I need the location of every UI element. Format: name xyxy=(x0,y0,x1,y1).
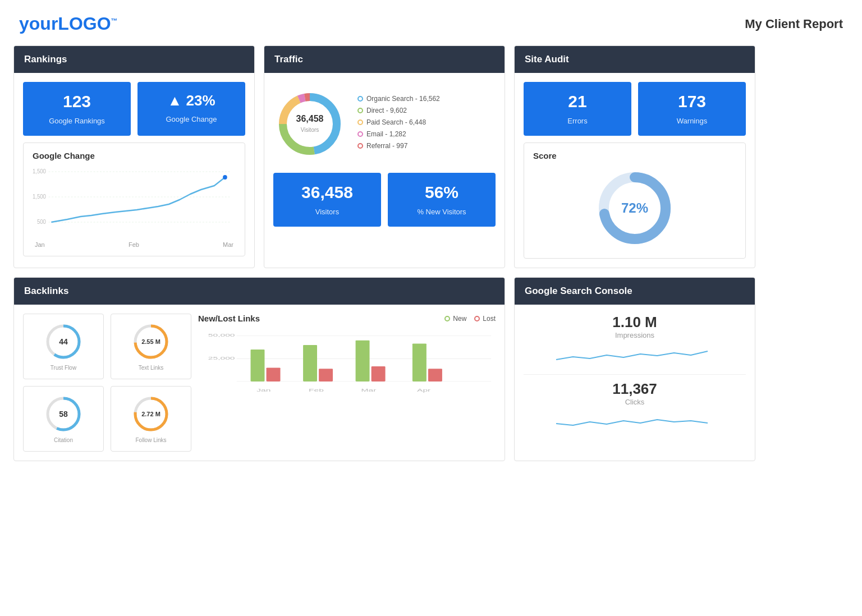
svg-text:Jan: Jan xyxy=(256,388,270,393)
svg-text:Apr: Apr xyxy=(417,388,430,393)
svg-rect-30 xyxy=(303,345,317,381)
legend-organic: Organic Search - 16,562 xyxy=(357,95,440,103)
report-title: My Client Report xyxy=(745,17,843,31)
warnings-value: 173 xyxy=(646,92,738,111)
legend-dot-paid xyxy=(357,119,363,125)
trust-flow-value: 44 xyxy=(59,337,68,346)
site-audit-section: Site Audit 21 Errors 173 Warnings Score xyxy=(514,45,755,268)
legend-dot-new xyxy=(444,316,450,321)
google-change-chart-title: Google Change xyxy=(33,151,236,160)
legend-label-paid: Paid Search - 6,448 xyxy=(366,118,426,126)
citation-value: 58 xyxy=(59,410,68,419)
traffic-body: 36,458 Visitors Organic Search - 16,562 … xyxy=(264,73,505,236)
legend-dot-email xyxy=(357,131,363,137)
clicks-metric: 11,367 Clicks xyxy=(524,380,746,432)
bar-chart-area: 50,000 25,000 xyxy=(198,328,496,401)
backlinks-section: Backlinks 44 xyxy=(13,277,505,461)
legend-paid: Paid Search - 6,448 xyxy=(357,118,440,126)
traffic-header: Traffic xyxy=(264,46,505,73)
main-grid: Rankings 123 Google Rankings ▲ 23% Googl… xyxy=(13,45,849,461)
backlinks-header: Backlinks xyxy=(14,278,505,305)
svg-rect-28 xyxy=(251,350,265,381)
svg-rect-29 xyxy=(267,368,281,381)
new-lost-legend: New Lost xyxy=(444,315,496,323)
svg-text:1,500: 1,500 xyxy=(33,194,46,200)
legend-referral: Referral - 997 xyxy=(357,142,440,150)
logo-text: yourLOGO™ xyxy=(19,13,118,34)
impressions-value: 1.10 M xyxy=(524,314,746,331)
text-links-value: 2.55 M xyxy=(141,338,161,345)
rankings-chart-x-labels: Jan Feb Mar xyxy=(33,241,236,248)
logo-your: your xyxy=(19,13,58,34)
clicks-label: Clicks xyxy=(524,398,746,406)
errors-value: 21 xyxy=(531,92,623,111)
backlinks-body: 44 Trust Flow 2.55 xyxy=(14,305,505,461)
svg-rect-31 xyxy=(319,369,333,381)
rankings-stat-row: 123 Google Rankings ▲ 23% Google Change xyxy=(23,82,245,136)
legend-lost: Lost xyxy=(474,315,496,323)
trust-flow-center: 44 xyxy=(59,337,68,346)
gsc-header: Google Search Console xyxy=(515,278,755,305)
text-links-label: Text Links xyxy=(139,365,163,371)
score-donut: 72% xyxy=(593,166,677,250)
svg-text:500: 500 xyxy=(37,219,46,225)
impressions-label: Impressions xyxy=(524,331,746,339)
site-audit-stat-row: 21 Errors 173 Warnings xyxy=(524,82,746,136)
svg-text:25,000: 25,000 xyxy=(208,356,235,361)
legend-new: New xyxy=(444,315,466,323)
svg-point-6 xyxy=(223,175,227,180)
google-rankings-value: 123 xyxy=(31,92,123,111)
header: yourLOGO™ My Client Report xyxy=(13,13,849,34)
logo-tm: ™ xyxy=(111,17,118,25)
score-card: Score 72% xyxy=(524,142,746,259)
legend-email: Email - 1,282 xyxy=(357,130,440,138)
follow-links-label: Follow Links xyxy=(135,437,166,443)
google-change-chart-card: Google Change 1,500 1,500 500 xyxy=(23,142,245,256)
clicks-value: 11,367 xyxy=(524,380,746,398)
donut-center: 36,458 Visitors xyxy=(296,114,324,134)
follow-links-ring: 2.72 M xyxy=(131,394,171,434)
legend-dot-organic xyxy=(357,96,363,102)
gsc-body: 1.10 M Impressions 11,367 Clicks xyxy=(515,305,755,450)
follow-links-center: 2.72 M xyxy=(141,411,161,417)
legend-label-direct: Direct - 9,602 xyxy=(366,107,407,114)
score-value: 72% xyxy=(621,200,648,216)
google-rankings-label: Google Rankings xyxy=(49,117,105,125)
logo: yourLOGO™ xyxy=(19,13,118,34)
traffic-section: Traffic xyxy=(264,45,505,268)
rankings-section: Rankings 123 Google Rankings ▲ 23% Googl… xyxy=(13,45,255,268)
trust-flow-label: Trust Flow xyxy=(51,365,76,371)
svg-rect-35 xyxy=(428,369,442,381)
svg-text:1,500: 1,500 xyxy=(33,168,46,174)
google-change-box: ▲ 23% Google Change xyxy=(137,82,245,136)
visitors-value: 36,458 xyxy=(281,183,373,202)
new-visitors-label: % New Visitors xyxy=(417,208,466,216)
legend-label-email: Email - 1,282 xyxy=(366,130,406,138)
warnings-box: 173 Warnings xyxy=(638,82,746,136)
rankings-body: 123 Google Rankings ▲ 23% Google Change … xyxy=(14,73,254,265)
text-links-ring: 2.55 M xyxy=(131,322,171,361)
donut-value: 36,458 xyxy=(296,114,324,124)
new-visitors-box: 56% % New Visitors xyxy=(388,173,496,227)
donut-sub: Visitors xyxy=(301,127,319,133)
citation-center: 58 xyxy=(59,410,68,419)
legend-dot-lost xyxy=(474,316,480,321)
traffic-stats-row: 36,458 Visitors 56% % New Visitors xyxy=(273,173,496,227)
clicks-sparkline xyxy=(551,410,719,432)
svg-rect-34 xyxy=(412,343,427,381)
logo-bold: LOGO xyxy=(58,13,111,34)
text-links-card: 2.55 M Text Links xyxy=(111,314,191,379)
svg-rect-33 xyxy=(372,366,386,381)
impressions-metric: 1.10 M Impressions xyxy=(524,314,746,365)
follow-links-card: 2.72 M Follow Links xyxy=(111,386,191,452)
svg-text:Mar: Mar xyxy=(361,388,377,393)
trust-flow-ring: 44 xyxy=(44,322,83,361)
trust-flow-card: 44 Trust Flow xyxy=(23,314,104,379)
legend-dot-direct xyxy=(357,108,363,113)
score-title: Score xyxy=(533,151,736,160)
google-change-label: Google Change xyxy=(166,115,217,123)
new-lost-header: New/Lost Links New Lost xyxy=(198,314,496,323)
text-links-center: 2.55 M xyxy=(141,338,161,345)
rankings-header: Rankings xyxy=(14,46,254,73)
visitors-box: 36,458 Visitors xyxy=(273,173,381,227)
